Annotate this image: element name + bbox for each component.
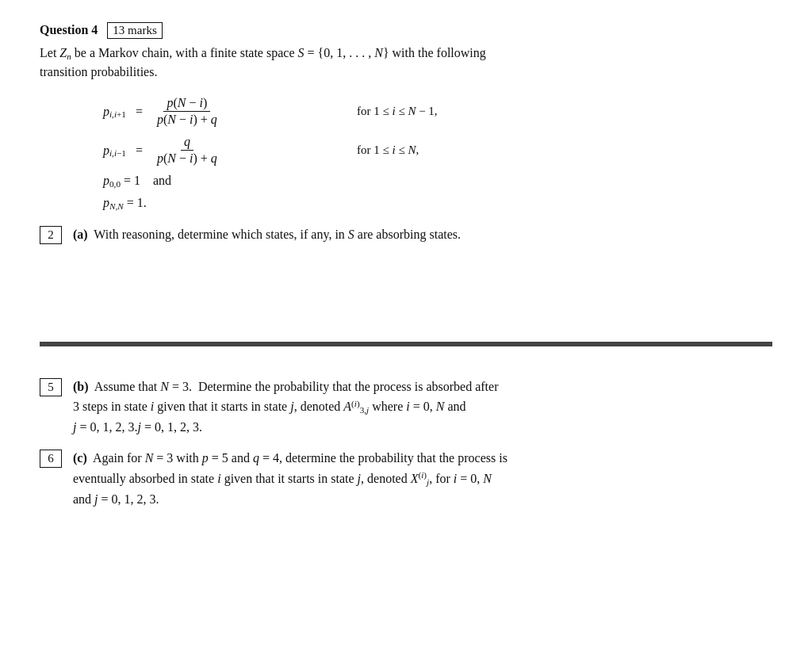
formula1-lhs-text: pi,i+1	[103, 105, 126, 119]
part-a-answer-area	[40, 256, 772, 320]
section-divider	[40, 342, 772, 346]
intro-text: Let Zn be a Markov chain, with a finite …	[40, 44, 772, 82]
part-a-marks: 2	[40, 226, 62, 244]
marks-box: 13 marks	[107, 22, 162, 39]
formula2-lhs: pi,i−1 = q p(N − i) + q	[103, 135, 309, 166]
formula2-lhs-text: pi,i−1	[103, 143, 126, 158]
question-number: Question 4	[40, 23, 98, 37]
part-c-section: 6 (c) Again for N = 3 with p = 5 and q =…	[40, 448, 772, 509]
part-b-marks: 5	[40, 378, 62, 396]
part-c-label: (c)	[73, 451, 87, 465]
formula-row-4: pN,N = 1.	[103, 196, 772, 210]
question-header: Question 4 13 marks	[40, 22, 772, 39]
formula1-condition: for 1 ≤ i ≤ N − 1,	[357, 105, 438, 118]
intro-line1-text: Let Zn be a Markov chain, with a finite …	[40, 46, 486, 59]
formulas-block: pi,i+1 = p(N − i) p(N − i) + q for 1 ≤ i…	[103, 96, 772, 210]
top-region: Question 4 13 marks Let Zn be a Markov c…	[40, 22, 772, 327]
formula2-condition: for 1 ≤ i ≤ N,	[357, 143, 419, 157]
bottom-region: 5 (b) Assume that N = 3. Determine the p…	[40, 361, 772, 510]
part-b-section: 5 (b) Assume that N = 3. Determine the p…	[40, 377, 772, 438]
formula2-numerator: q	[181, 135, 193, 151]
formula-row-3: p0,0 = 1 and	[103, 174, 772, 188]
formula2-fraction: q p(N − i) + q	[154, 135, 220, 166]
formula3-text: p0,0 = 1 and	[103, 174, 171, 188]
formula1-lhs: pi,i+1 = p(N − i) p(N − i) + q	[103, 96, 309, 127]
formula1-eq: =	[132, 105, 146, 119]
formula-row-1: pi,i+1 = p(N − i) p(N − i) + q for 1 ≤ i…	[103, 96, 772, 127]
part-c-marks: 6	[40, 450, 62, 468]
part-b-label: (b)	[73, 380, 89, 393]
formula-row-2: pi,i−1 = q p(N − i) + q for 1 ≤ i ≤ N,	[103, 135, 772, 166]
formula2-eq: =	[132, 143, 146, 158]
intro-line2-text: transition probabilities.	[40, 65, 157, 78]
formula2-denominator: p(N − i) + q	[154, 151, 220, 166]
part-b-content: (b) Assume that N = 3. Determine the pro…	[73, 377, 772, 438]
part-a-section: 2 (a) With reasoning, determine which st…	[40, 224, 772, 245]
formula4-text: pN,N = 1.	[103, 196, 147, 210]
part-c-content: (c) Again for N = 3 with p = 5 and q = 4…	[73, 448, 772, 509]
formula1-fraction: p(N − i) p(N − i) + q	[154, 96, 220, 127]
part-a-content: (a) With reasoning, determine which stat…	[73, 224, 772, 245]
part-a-label: (a)	[73, 228, 88, 241]
formula1-denominator: p(N − i) + q	[154, 112, 220, 127]
formula1-numerator: p(N − i)	[163, 96, 210, 112]
